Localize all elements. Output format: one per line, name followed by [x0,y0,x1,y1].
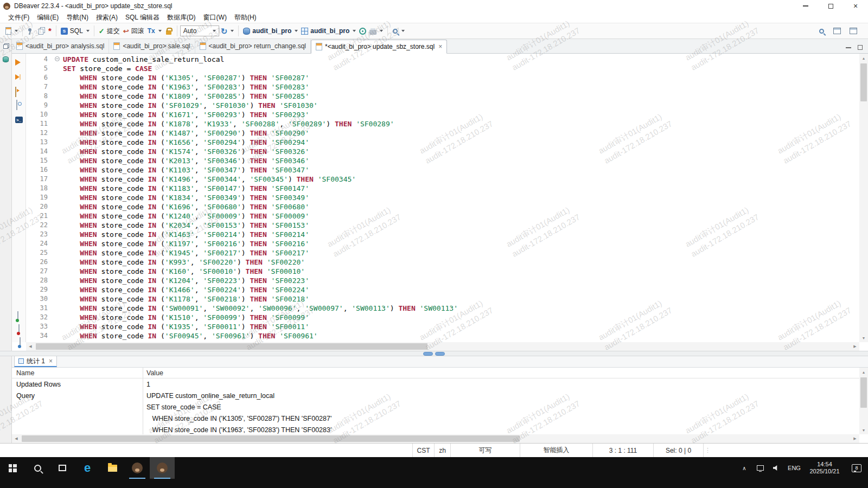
scrollbar-thumb[interactable] [36,343,427,350]
scroll-left-icon[interactable]: ◀ [26,342,35,351]
copy-button[interactable] [35,26,47,36]
edge-button[interactable]: e [75,457,100,479]
code-line[interactable]: 28 WHEN store_code IN ('K1204', 'SF00223… [26,276,859,285]
database-navigator-icon[interactable] [3,56,9,62]
panel-horizontal-scrollbar[interactable]: ◀ ▶ [12,434,859,443]
app-logo-icon[interactable] [3,3,10,10]
menu-file[interactable]: 文件(F) [4,12,33,23]
scroll-up-icon[interactable]: ▲ [859,54,868,62]
input-language-button[interactable]: ENG [784,457,804,479]
perspective-button[interactable] [848,27,859,35]
code-line[interactable]: 22 WHEN store_code IN ('K2034', 'SF00153… [26,221,859,230]
code-line[interactable]: 15 WHEN store_code IN ('K2013', 'SF00346… [26,156,859,165]
tab-statistics[interactable]: 统计 1 × [14,356,57,367]
scrollbar-thumb[interactable] [22,435,520,442]
explain-plan-icon[interactable] [16,100,17,110]
table-row[interactable]: Query UPDATE custom_online_sale_return_l… [12,390,859,401]
scroll-down-icon[interactable]: ▼ [859,333,868,342]
code-line[interactable]: 7 WHEN store_code IN ('K1963', 'SF00283'… [26,82,859,92]
scroll-right-icon[interactable]: ▶ [851,434,859,443]
rollback-button[interactable]: ↩回滚 [122,25,146,37]
maximize-view-icon[interactable] [858,45,863,50]
code-line[interactable]: 31 WHEN store_code IN ('SW00091', 'SW000… [26,304,859,313]
code-line[interactable]: 32 WHEN store_code IN ('K1510', 'SF00099… [26,313,859,322]
scrollbar-thumb[interactable] [860,377,867,408]
commit-mode-select[interactable]: Auto [180,25,219,36]
tab-sale-sql[interactable]: <audit_bi_pro> sale.sql [109,39,195,53]
print-button[interactable] [368,26,385,36]
code-line[interactable]: 10 WHEN store_code IN ('K1671', 'SF00293… [26,110,859,119]
menu-search[interactable]: 搜索(A) [92,12,122,23]
quick-search-button[interactable] [817,27,826,35]
export-data-icon[interactable] [18,324,20,335]
scroll-right-icon[interactable]: ▶ [851,342,859,351]
dbeaver-taskbar-button[interactable] [125,457,150,479]
code-line[interactable]: 23 WHEN store_code IN ('K1463', 'SF00214… [26,230,859,239]
dbeaver-taskbar-button-active[interactable] [150,457,175,479]
schema-select[interactable]: audit_bi_pro [299,26,358,36]
code-line[interactable]: 33 WHEN store_code IN ('K1935', 'SF00011… [26,322,859,331]
database-select[interactable]: audit_bi_pro [241,26,299,36]
menu-window[interactable]: 窗口(W) [200,12,231,23]
code-line[interactable]: 18 WHEN store_code IN ('K1183', 'SF00147… [26,184,859,193]
export-grid-icon[interactable] [20,337,21,348]
minimize-button[interactable] [793,0,818,12]
scrollbar-track[interactable] [35,342,851,351]
minimize-view-icon[interactable] [846,47,851,48]
code-line[interactable]: 34 WHEN store_code IN ('SF00945', 'SF009… [26,331,859,341]
code-line[interactable]: 25 WHEN store_code IN ('K1945', 'SF00217… [26,248,859,258]
console-icon[interactable]: >_ [15,117,23,123]
transaction-log-button[interactable]: ↻ [219,26,236,36]
taskbar-search-button[interactable] [25,457,50,479]
code-line[interactable]: 14 WHEN store_code IN ('K1574', 'SF00326… [26,147,859,156]
new-sql-editor-button[interactable] [4,26,20,36]
panel-splitter[interactable] [0,351,868,356]
scroll-left-icon[interactable]: ◀ [12,434,21,443]
table-row[interactable]: SET store_code = CASE [12,401,859,413]
table-row[interactable]: Updated Rows 1 [12,378,859,390]
commit-button[interactable]: ✓提交 [97,25,122,37]
code-line[interactable]: 16 WHEN store_code IN ('K1103', 'SF00347… [26,165,859,175]
menu-navigate[interactable]: 导航(N) [62,12,92,23]
tab-close-icon[interactable]: × [438,43,442,50]
menu-sql-editor[interactable]: SQL 编辑器 [122,12,163,23]
scrollbar-thumb[interactable] [860,63,867,101]
tab-update-sbz-store-sql[interactable]: *<audit_bi_pro> update_sbz_store.sql× [311,40,447,54]
panel-vertical-scrollbar[interactable]: ▲ ▼ [859,368,868,434]
sash-maximize-handle[interactable] [435,352,445,356]
code-line[interactable]: 29 WHEN store_code IN ('K1466', 'SF00224… [26,285,859,294]
column-header-name[interactable]: Name [12,368,143,378]
file-explorer-button[interactable] [100,457,125,479]
code-line[interactable]: 6 WHEN store_code IN ('K1305', 'SF00287'… [26,73,859,82]
code-line[interactable]: 8 WHEN store_code IN ('K1809', 'SF00285'… [26,92,859,101]
status-insert-mode[interactable]: 智能插入 [520,444,592,457]
clock[interactable]: 14:54 2025/10/21 [804,457,845,479]
status-caret-position[interactable]: 3 : 1 : 111 [592,444,653,457]
scroll-up-icon[interactable]: ▲ [859,368,868,376]
status-writable[interactable]: 可写 [450,444,520,457]
code-line[interactable]: 27 WHEN store_code IN ('K160', 'SF00010'… [26,267,859,276]
menu-database[interactable]: 数据库(D) [163,12,200,23]
important-button[interactable]: * [47,26,53,36]
maximize-button[interactable] [818,0,843,12]
code-line[interactable]: 5SET store_code = CASE [26,64,859,73]
editor-horizontal-scrollbar[interactable]: ◀ ▶ [26,342,859,351]
editor-vertical-scrollbar[interactable]: ▲ ▼ [859,54,868,342]
scroll-down-icon[interactable]: ▼ [859,426,868,434]
code-line[interactable]: 19 WHEN store_code IN ('K1834', 'SF00349… [26,193,859,202]
tray-chevron-up-icon[interactable]: ∧ [737,457,752,479]
code-line[interactable]: 9 WHEN store_code IN ('SF01029', 'SF0103… [26,101,859,110]
code-line[interactable]: 12 WHEN store_code IN ('K1487', 'SF00290… [26,129,859,138]
restore-view-icon[interactable] [3,44,8,49]
code-line[interactable]: 4UPDATE custom_online_sale_return_local [26,55,859,64]
table-row[interactable]: WHEN store_code IN ('K1305', 'SF00287') … [12,413,859,424]
tab-analysis-sql[interactable]: <audit_bi_pro> analysis.sql [12,39,109,53]
table-row[interactable]: WHEN store_code IN ('K1963', 'SF00283') … [12,424,859,434]
display-icon[interactable] [752,457,768,479]
code-line[interactable]: 20 WHEN store_code IN ('K1696', 'SF00680… [26,202,859,211]
transaction-mode-button[interactable]: Tx [146,26,163,36]
execute-new-tab-icon[interactable] [15,74,20,80]
tab-close-icon[interactable]: × [49,357,53,365]
menu-help[interactable]: 帮助(H) [231,12,260,23]
open-perspective-button[interactable] [832,27,843,35]
